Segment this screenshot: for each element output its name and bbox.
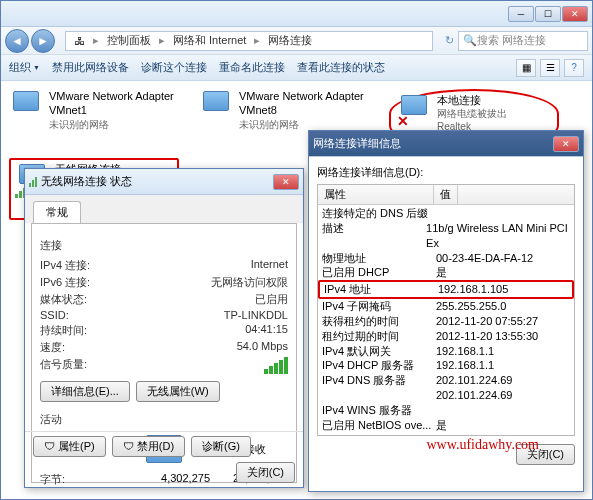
group-activity: 活动 <box>40 412 288 427</box>
detail-val: fe80::38e3:f76:cfd0:5820%13 <box>426 433 570 436</box>
detail-prop: 已启用 DHCP <box>322 265 436 280</box>
detail-val: 192.168.1.1 <box>436 358 494 373</box>
status-row-value: TP-LINKDDL <box>224 309 288 321</box>
status-close-x[interactable]: ✕ <box>273 174 299 190</box>
tb-viewstatus[interactable]: 查看此连接的状态 <box>297 60 385 75</box>
detail-close-x[interactable]: ✕ <box>553 136 579 152</box>
detail-prop: 已启用 NetBIOS ove... <box>322 418 436 433</box>
details-button[interactable]: 详细信息(E)... <box>40 381 130 402</box>
detail-row[interactable]: IPv4 DHCP 服务器192.168.1.1 <box>318 358 574 373</box>
detail-prop: 物理地址 <box>322 251 436 266</box>
detail-val: 是 <box>436 265 447 280</box>
breadcrumb[interactable]: 🖧▸ 控制面板▸ 网络和 Internet▸ 网络连接 <box>65 31 433 51</box>
detail-prop: IPv4 DNS 服务器 <box>322 373 436 388</box>
detail-val: 是 <box>436 418 447 433</box>
detail-titlebar: 网络连接详细信息 ✕ <box>309 131 583 157</box>
detail-row[interactable]: IPv4 地址192.168.1.105 <box>318 280 574 299</box>
status-row-label: 持续时间: <box>40 323 130 338</box>
detail-prop <box>322 388 436 403</box>
tb-diag[interactable]: 诊断这个连接 <box>141 60 207 75</box>
signal-label: 信号质量: <box>40 357 130 374</box>
forward-button[interactable]: ► <box>31 29 55 53</box>
status-window: 无线网络连接 状态 ✕ 常规 连接 IPv4 连接:InternetIPv6 连… <box>24 168 304 488</box>
status-title: 无线网络连接 状态 <box>41 174 132 189</box>
tb-organize[interactable]: 组织 ▼ <box>9 60 40 75</box>
status-row-value: 04:41:15 <box>245 323 288 338</box>
detail-val: 202.101.224.69 <box>436 373 512 388</box>
status-close-button[interactable]: 关闭(C) <box>236 462 295 483</box>
detail-prop: IPv4 WINS 服务器 <box>322 403 436 418</box>
detail-row[interactable]: 租约过期的时间2012-11-20 13:55:30 <box>318 329 574 344</box>
detail-row[interactable]: 连接-本地 IPv6 地址fe80::38e3:f76:cfd0:5820%13 <box>318 433 574 436</box>
detail-prop: 连接特定的 DNS 后缀 <box>322 206 436 221</box>
detail-prop: 连接-本地 IPv6 地址 <box>322 433 426 436</box>
detail-row[interactable]: 202.101.224.69 <box>318 388 574 403</box>
detail-prop: 描述 <box>322 221 426 251</box>
help-icon[interactable]: ? <box>564 59 584 77</box>
status-row-value: 已启用 <box>255 292 288 307</box>
status-row-label: IPv6 连接: <box>40 275 130 290</box>
close-button[interactable]: ✕ <box>562 6 588 22</box>
detail-row[interactable]: 已启用 DHCP是 <box>318 265 574 280</box>
detail-val: 192.168.1.105 <box>438 282 508 297</box>
status-row-label: IPv4 连接: <box>40 258 130 273</box>
view-icon[interactable]: ▦ <box>516 59 536 77</box>
tab-general[interactable]: 常规 <box>33 201 81 223</box>
search-input[interactable]: 🔍 搜索 网络连接 <box>458 31 588 51</box>
detail-val: 2012-11-20 13:55:30 <box>436 329 538 344</box>
bytes-sent: 4,302,275 <box>130 472 210 487</box>
detail-window: 网络连接详细信息 ✕ 网络连接详细信息(D): 属性 值 连接特定的 DNS 后… <box>308 130 584 492</box>
status-row-value: 无网络访问权限 <box>211 275 288 290</box>
detail-prop: IPv4 子网掩码 <box>322 299 436 314</box>
detail-list: 属性 值 连接特定的 DNS 后缀描述11b/g Wireless LAN Mi… <box>317 184 575 436</box>
detail-row[interactable]: IPv4 DNS 服务器202.101.224.69 <box>318 373 574 388</box>
detail-prop: IPv4 DHCP 服务器 <box>322 358 436 373</box>
signal-bars-icon <box>264 357 288 374</box>
view2-icon[interactable]: ☰ <box>540 59 560 77</box>
detail-prop: IPv4 地址 <box>324 282 438 297</box>
crumb[interactable]: 网络和 Internet <box>169 33 250 48</box>
nav-row: ◄ ► 🖧▸ 控制面板▸ 网络和 Internet▸ 网络连接 ↻ 🔍 搜索 网… <box>1 27 592 55</box>
wireless-props-button[interactable]: 无线属性(W) <box>136 381 220 402</box>
status-row-label: 速度: <box>40 340 130 355</box>
crumb[interactable]: 网络连接 <box>264 33 316 48</box>
breadcrumb-icon: 🖧 <box>70 35 89 47</box>
diag-button[interactable]: 诊断(G) <box>191 436 251 457</box>
toolbar: 组织 ▼ 禁用此网络设备 诊断这个连接 重命名此连接 查看此连接的状态 ▦ ☰ … <box>1 55 592 81</box>
x-icon: ✕ <box>397 113 409 129</box>
detail-header: 属性 值 <box>318 185 574 205</box>
tb-disable[interactable]: 禁用此网络设备 <box>52 60 129 75</box>
detail-val: 255.255.255.0 <box>436 299 506 314</box>
status-row-label: SSID: <box>40 309 130 321</box>
detail-prop: IPv4 默认网关 <box>322 344 436 359</box>
detail-row[interactable]: 获得租约的时间2012-11-20 07:55:27 <box>318 314 574 329</box>
detail-row[interactable]: 连接特定的 DNS 后缀 <box>318 206 574 221</box>
detail-row[interactable]: 描述11b/g Wireless LAN Mini PCI Ex <box>318 221 574 251</box>
back-button[interactable]: ◄ <box>5 29 29 53</box>
detail-row[interactable]: 已启用 NetBIOS ove...是 <box>318 418 574 433</box>
detail-row[interactable]: IPv4 WINS 服务器 <box>318 403 574 418</box>
detail-val: 2012-11-20 07:55:27 <box>436 314 538 329</box>
max-button[interactable]: ☐ <box>535 6 561 22</box>
adapter-vmnet1[interactable]: VMware Network Adapter VMnet1 未识别的网络 <box>9 89 179 150</box>
detail-label: 网络连接详细信息(D): <box>317 165 575 180</box>
status-row-value: 54.0 Mbps <box>237 340 288 355</box>
tb-rename[interactable]: 重命名此连接 <box>219 60 285 75</box>
group-connection: 连接 <box>40 238 288 253</box>
refresh-icon[interactable]: ↻ <box>445 34 454 47</box>
detail-val: 202.101.224.69 <box>436 388 512 403</box>
detail-val: 11b/g Wireless LAN Mini PCI Ex <box>426 221 570 251</box>
crumb[interactable]: 控制面板 <box>103 33 155 48</box>
detail-row[interactable]: IPv4 子网掩码255.255.255.0 <box>318 299 574 314</box>
bytes-label: 字节: <box>40 472 130 487</box>
status-row-value: Internet <box>251 258 288 273</box>
props-button[interactable]: 🛡 属性(P) <box>33 436 106 457</box>
detail-row[interactable]: IPv4 默认网关192.168.1.1 <box>318 344 574 359</box>
main-titlebar: ─ ☐ ✕ <box>1 1 592 27</box>
detail-title: 网络连接详细信息 <box>313 136 401 151</box>
disable-button[interactable]: 🛡 禁用(D) <box>112 436 185 457</box>
min-button[interactable]: ─ <box>508 6 534 22</box>
detail-row[interactable]: 物理地址00-23-4E-DA-FA-12 <box>318 251 574 266</box>
status-titlebar: 无线网络连接 状态 ✕ <box>25 169 303 195</box>
detail-prop: 获得租约的时间 <box>322 314 436 329</box>
